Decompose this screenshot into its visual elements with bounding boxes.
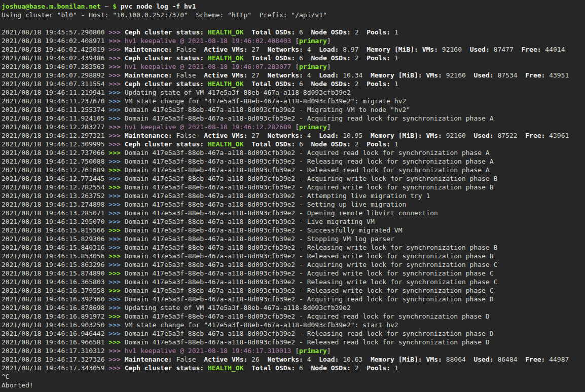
- log-segment: [418, 46, 422, 53]
- log-segment: 44014: [541, 46, 565, 53]
- log-segment: 6: [295, 80, 311, 88]
- log-level-marker: >>>: [108, 80, 124, 88]
- log-segment: Free:: [525, 356, 545, 363]
- log-line: 2021/08/18 19:46:17.310312 >>> hv1 keepa…: [2, 346, 585, 355]
- log-line: 2021/08/18 19:46:12.309995 >>> Ceph clus…: [2, 140, 585, 148]
- log-segment: 88064: [442, 356, 474, 363]
- log-segment: 43951: [545, 71, 569, 79]
- log-level-marker: >>>: [108, 54, 124, 62]
- log-segment: primary: [299, 63, 327, 70]
- log-segment: 6: [295, 364, 311, 372]
- log-timestamp: 2021/08/18 19:46:15.815566: [2, 226, 108, 234]
- log-line: 2021/08/18 19:46:13.274898 >>> Domain 41…: [2, 200, 585, 209]
- log-segment: 6: [295, 140, 311, 148]
- log-segment: [: [291, 123, 299, 131]
- log-segment: Domain 417e5a3f-88eb-467a-a118-8d093cfb3…: [125, 269, 494, 277]
- log-timestamp: 2021/08/18 19:46:11.255374: [2, 106, 108, 113]
- log-line: 2021/08/18 19:46:11.924105 >>> Domain 41…: [2, 114, 585, 123]
- log-segment: [243, 54, 251, 62]
- log-level-marker: >>>: [108, 364, 124, 372]
- log-timestamp: 2021/08/18 19:46:15.829306: [2, 235, 108, 243]
- log-timestamp: 2021/08/18 19:46:02.408971: [2, 37, 108, 45]
- log-segment: 1: [390, 80, 398, 88]
- log-timestamp: 2021/08/18 19:46:12.297321: [2, 132, 108, 139]
- log-line: 2021/08/18 19:46:16.966581 >>> Domain 41…: [2, 338, 585, 346]
- log-segment: Node OSDs:: [311, 364, 351, 372]
- log-segment: Domain 417e5a3f-88eb-467a-a118-8d093cfb3…: [125, 330, 494, 337]
- log-level-marker: >>>: [108, 106, 124, 113]
- log-segment: Networks:: [267, 46, 303, 53]
- log-segment: 1: [390, 140, 398, 148]
- log-timestamp: 2021/08/18 19:46:13.274898: [2, 201, 108, 208]
- log-level-marker: >>>: [108, 252, 124, 260]
- log-segment: VMs:: [422, 46, 438, 53]
- log-segment: Total OSDs:: [251, 364, 295, 372]
- log-segment: 1: [390, 364, 398, 372]
- log-segment: Domain 417e5a3f-88eb-467a-a118-8d093cfb3…: [125, 252, 494, 260]
- log-segment: 10.63: [339, 356, 371, 363]
- log-line: 2021/08/18 19:46:15.853056 >>> Domain 41…: [2, 252, 585, 260]
- log-segment: Domain 417e5a3f-88eb-467a-a118-8d093cfb3…: [125, 235, 394, 243]
- log-segment: Domain 417e5a3f-88eb-467a-a118-8d093cfb3…: [125, 218, 375, 225]
- log-timestamp: 2021/08/18 19:46:13.295070: [2, 218, 108, 225]
- log-segment: Domain 417e5a3f-88eb-467a-a118-8d093cfb3…: [125, 338, 490, 346]
- log-line: 2021/08/18 19:46:16.379558 >>> Domain 41…: [2, 286, 585, 295]
- log-timestamp: 2021/08/18 19:46:07.311554: [2, 80, 108, 88]
- log-line: 2021/08/18 19:46:02.439486 >>> Ceph clus…: [2, 54, 585, 62]
- log-level-marker: >>>: [108, 312, 124, 320]
- log-line: 2021/08/18 19:46:11.255374 >>> Domain 41…: [2, 105, 585, 114]
- log-segment: [422, 71, 426, 79]
- log-timestamp: 2021/08/18 19:46:16.365803: [2, 278, 108, 286]
- log-segment: False: [172, 356, 204, 363]
- log-segment: Domain 417e5a3f-88eb-467a-a118-8d093cfb3…: [125, 226, 403, 234]
- log-line: 2021/08/18 19:46:16.946442 >>> Domain 41…: [2, 329, 585, 338]
- log-timestamp: 2021/08/18 19:46:16.379558: [2, 287, 108, 294]
- log-segment: 2: [351, 140, 367, 148]
- log-segment: Ceph cluster status:: [125, 28, 204, 36]
- log-segment: Load:: [319, 356, 339, 363]
- log-timestamp: 2021/08/18 19:46:07.298892: [2, 71, 108, 79]
- log-segment: primary: [299, 347, 327, 355]
- log-level-marker: >>>: [108, 175, 124, 182]
- log-level-marker: >>>: [108, 226, 124, 234]
- log-segment: [204, 80, 208, 88]
- log-segment: 10.34: [339, 71, 371, 79]
- log-line: 2021/08/18 19:46:11.237670 >>> VM state …: [2, 97, 585, 105]
- log-segment: 87534: [494, 71, 526, 79]
- log-line: 2021/08/18 19:46:12.283277 >>> hv1 keepa…: [2, 123, 585, 131]
- log-line: 2021/08/18 19:46:13.285071 >>> Domain 41…: [2, 209, 585, 217]
- log-segment: 44987: [545, 356, 569, 363]
- log-timestamp: 2021/08/18 19:46:17.310312: [2, 347, 108, 355]
- log-level-marker: >>>: [108, 132, 124, 139]
- log-segment: Pools:: [367, 140, 390, 148]
- log-timestamp: 2021/08/18 19:46:12.750088: [2, 158, 108, 165]
- log-line: 2021/08/18 19:46:13.295070 >>> Domain 41…: [2, 217, 585, 226]
- log-level-marker: >>>: [108, 71, 124, 79]
- terminal-window[interactable]: joshua@base.m.bonilan.net ~ $pvc node lo…: [0, 0, 585, 392]
- log-segment: 87522: [494, 132, 526, 139]
- log-segment: [204, 140, 208, 148]
- log-segment: Active VMs:: [204, 356, 247, 363]
- log-segment: Pools:: [367, 80, 390, 88]
- log-segment: Updating state of VM 417e5a3f-88eb-467a-…: [125, 89, 351, 96]
- log-timestamp: 2021/08/18 19:46:13.285071: [2, 209, 108, 217]
- log-segment: 92160: [442, 71, 474, 79]
- log-segment: Total OSDs:: [251, 54, 295, 62]
- log-segment: Used:: [470, 46, 490, 53]
- aborted-line: Aborted!: [2, 381, 585, 389]
- log-segment: Load:: [319, 132, 339, 139]
- log-line: 2021/08/18 19:46:15.863296 >>> Domain 41…: [2, 260, 585, 269]
- log-level-marker: >>>: [108, 356, 124, 363]
- log-segment: VM state change for "417e5a3f-88eb-467a-…: [125, 97, 407, 105]
- log-segment: 1: [390, 28, 398, 36]
- log-line: 2021/08/18 19:46:12.297321 >>> Maintenan…: [2, 131, 585, 140]
- log-line: 2021/08/18 19:46:11.219941 >>> Updating …: [2, 88, 585, 97]
- log-segment: Domain 417e5a3f-88eb-467a-a118-8d093cfb3…: [125, 209, 438, 217]
- log-level-marker: >>>: [108, 269, 124, 277]
- log-level-marker: >>>: [108, 140, 124, 148]
- log-segment: hv1 keepalive @ 2021-08-18 19:46:02.4084…: [125, 37, 291, 45]
- log-segment: Ceph cluster status:: [125, 140, 204, 148]
- log-segment: [243, 80, 251, 88]
- prompt-cwd: ~: [101, 3, 113, 10]
- log-segment: Memory [MiB]:: [371, 356, 422, 363]
